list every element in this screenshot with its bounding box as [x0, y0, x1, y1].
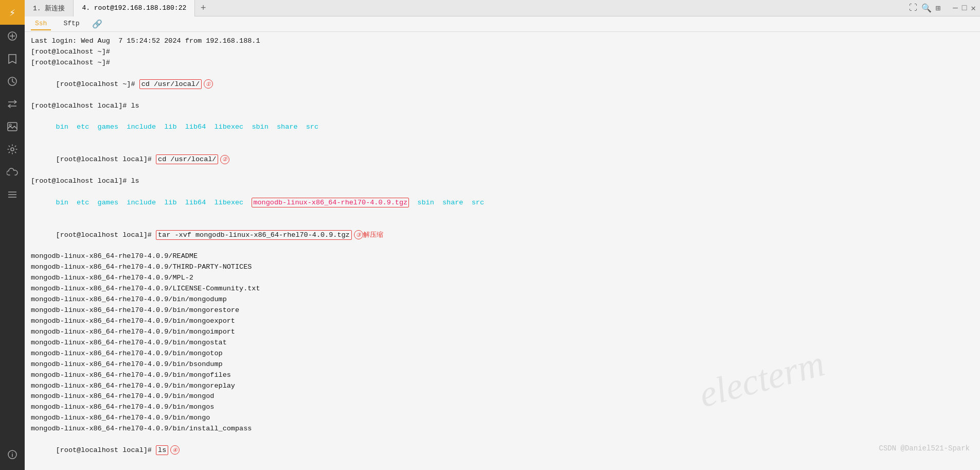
terminal-line: mongodb-linux-x86_64-rhel70-4.0.9/README — [31, 251, 974, 262]
cmd-box-3: tar -xvf mongodb-linux-x86_64-rhel70-4.0… — [156, 230, 352, 240]
terminal-line: mongodb-linux-x86_64-rhel70-4.0.9/bin/mo… — [31, 338, 974, 349]
terminal-line: mongodb-linux-x86_64-rhel70-4.0.9/THIRD-… — [31, 262, 974, 273]
transfer-icon[interactable] — [0, 93, 25, 115]
tab-bar: 1. 新连接 4. root@192.168.188.180:22 + ⛶ 🔍 … — [25, 0, 980, 16]
terminal-line: mongodb-linux-x86_64-rhel70-4.0.9/bin/mo… — [31, 402, 974, 413]
list-icon[interactable] — [0, 183, 25, 206]
ls-output-2: bin etc games include lib lib64 libexec … — [31, 187, 974, 219]
terminal-line: [root@localhost local]# ls — [31, 176, 974, 187]
cloud-icon[interactable] — [0, 161, 25, 183]
terminal-line: [root@localhost ~]# — [31, 58, 974, 68]
ls-output-1: bin etc games include lib lib64 libexec … — [31, 111, 974, 144]
terminal-line-cmd4: [root@localhost local]# ls④ — [31, 434, 974, 467]
terminal[interactable]: Last login: Wed Aug 7 15:24:52 2024 from… — [25, 32, 980, 470]
svg-point-14 — [12, 452, 13, 454]
image-icon[interactable] — [0, 115, 25, 138]
main-content: 1. 新连接 4. root@192.168.188.180:22 + ⛶ 🔍 … — [25, 0, 980, 470]
svg-rect-6 — [8, 123, 17, 131]
cmd-box-1: cd /usr/local/ — [139, 79, 202, 89]
annotation-1: ① — [204, 79, 213, 89]
attach-icon[interactable]: 🔗 — [92, 19, 102, 29]
minimize-button[interactable]: — — [953, 4, 958, 13]
history-icon[interactable] — [0, 70, 25, 93]
svg-point-8 — [11, 148, 14, 151]
annotation-text-3: 解压缩 — [363, 231, 383, 239]
grid-icon[interactable]: ⊞ — [936, 3, 941, 13]
terminal-line: mongodb-linux-x86_64-rhel70-4.0.9/bin/mo… — [31, 294, 974, 305]
annotation-3: ③ — [354, 230, 363, 239]
settings-icon[interactable] — [0, 138, 25, 161]
annotation-2: ② — [220, 155, 229, 164]
annotation-4: ④ — [170, 445, 180, 455]
ssh-tab[interactable]: Ssh — [31, 18, 51, 30]
cmd-box-4: ls — [156, 445, 168, 455]
info-icon[interactable] — [0, 443, 25, 466]
new-connection-icon[interactable] — [0, 25, 25, 47]
terminal-line: mongodb-linux-x86_64-rhel70-4.0.9/bin/mo… — [31, 370, 974, 381]
tab-controls: ⛶ 🔍 ⊞ — □ ✕ — [909, 3, 981, 13]
maximize-button[interactable]: □ — [962, 4, 967, 13]
terminal-line: mongodb-linux-x86_64-rhel70-4.0.9/bin/mo… — [31, 316, 974, 327]
terminal-line: mongodb-linux-x86_64-rhel70-4.0.9/bin/mo… — [31, 381, 974, 392]
tab-label: 1. 新连接 — [33, 4, 65, 13]
terminal-line: mongodb-linux-x86_64-rhel70-4.0.9/bin/mo… — [31, 305, 974, 316]
tab-root-connection[interactable]: 4. root@192.168.188.180:22 — [74, 0, 195, 16]
terminal-line: mongodb-linux-x86_64-rhel70-4.0.9/bin/mo… — [31, 413, 974, 424]
terminal-line: mongodb-linux-x86_64-rhel70-4.0.9/bin/mo… — [31, 391, 974, 402]
tab-add-button[interactable]: + — [195, 0, 211, 16]
terminal-line-cmd2: [root@localhost local]# cd /usr/local/② — [31, 144, 974, 176]
app-logo[interactable]: ⚡ — [0, 0, 25, 25]
terminal-line: Last login: Wed Aug 7 15:24:52 2024 from… — [31, 36, 974, 47]
cmd-box-2: cd /usr/local/ — [156, 154, 218, 164]
terminal-line: mongodb-linux-x86_64-rhel70-4.0.9/LICENS… — [31, 284, 974, 294]
sftp-tab[interactable]: Sftp — [59, 18, 83, 30]
ls-output-3: bin etc games include lib lib64 libexec … — [31, 467, 974, 470]
close-button[interactable]: ✕ — [971, 3, 976, 13]
tab-bar-wrapper: 1. 新连接 4. root@192.168.188.180:22 + ⛶ 🔍 … — [25, 0, 980, 16]
terminal-line: [root@localhost ~]# — [31, 47, 974, 58]
terminal-line-cmd3: [root@localhost local]# tar -xvf mongodb… — [31, 219, 974, 252]
terminal-line: mongodb-linux-x86_64-rhel70-4.0.9/bin/mo… — [31, 349, 974, 359]
terminal-line: mongodb-linux-x86_64-rhel70-4.0.9/bin/bs… — [31, 359, 974, 370]
search-icon[interactable]: 🔍 — [921, 3, 932, 13]
terminal-line: mongodb-linux-x86_64-rhel70-4.0.9/MPL-2 — [31, 273, 974, 284]
session-bar: Ssh Sftp 🔗 — [25, 16, 980, 32]
bookmark-icon[interactable] — [0, 47, 25, 70]
terminal-line-cmd1: [root@localhost ~]# cd /usr/local/① — [31, 68, 974, 101]
fullscreen-icon[interactable]: ⛶ — [909, 3, 917, 13]
sidebar: ⚡ — [0, 0, 25, 470]
tab-label-active: 4. root@192.168.188.180:22 — [82, 4, 186, 12]
terminal-line: mongodb-linux-x86_64-rhel70-4.0.9/bin/mo… — [31, 327, 974, 338]
tab-new-connection[interactable]: 1. 新连接 — [25, 0, 74, 16]
terminal-line: mongodb-linux-x86_64-rhel70-4.0.9/bin/in… — [31, 424, 974, 434]
terminal-line: [root@localhost local]# ls — [31, 101, 974, 112]
